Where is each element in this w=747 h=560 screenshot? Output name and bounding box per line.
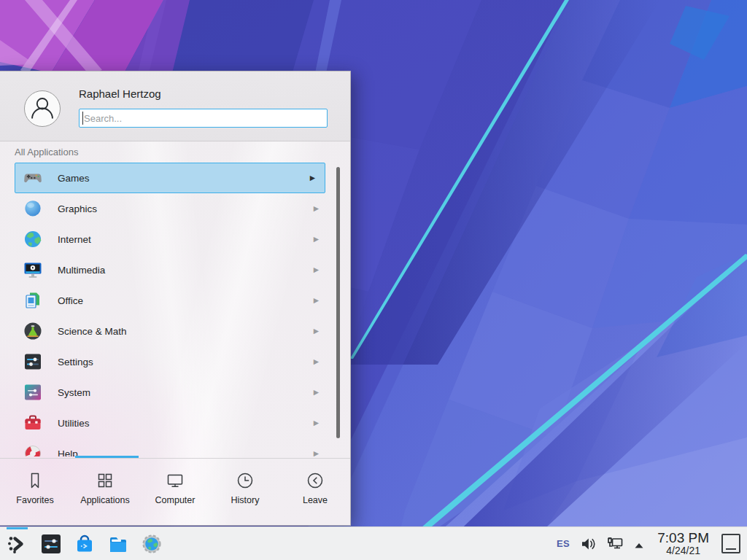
menu-item-label: Settings xyxy=(58,357,314,368)
tab-label: Applications xyxy=(80,495,129,505)
network-icon[interactable] xyxy=(606,535,624,553)
submenu-arrow-icon: ▶ xyxy=(314,236,319,243)
menu-item-science-math[interactable]: Science & Math ▶ xyxy=(0,316,351,346)
menu-item-system[interactable]: System ▶ xyxy=(0,377,351,408)
digital-clock[interactable]: 7:03 PM 4/24/21 xyxy=(657,531,709,556)
volume-icon[interactable] xyxy=(579,535,597,553)
monitor-play-icon xyxy=(23,260,43,280)
tab-applications[interactable]: Applications xyxy=(70,459,140,526)
discover-button[interactable] xyxy=(73,532,96,556)
menu-item-label: Internet xyxy=(58,234,314,245)
menu-item-label: Games xyxy=(58,173,310,184)
submenu-arrow-icon: ▶ xyxy=(314,419,319,427)
section-label: All Applications xyxy=(15,147,78,158)
clock-icon xyxy=(235,470,255,491)
tab-computer[interactable]: Computer xyxy=(140,459,210,526)
menu-item-label: Office xyxy=(58,295,314,306)
submenu-arrow-icon: ▶ xyxy=(310,174,315,182)
taskbar-launchers xyxy=(0,532,163,556)
tab-history[interactable]: History xyxy=(210,459,280,526)
file-manager-button[interactable] xyxy=(107,532,130,556)
menu-item-games[interactable]: Games ▶ xyxy=(15,163,325,193)
tab-label: Favorites xyxy=(16,495,53,505)
menu-item-multimedia[interactable]: Multimedia ▶ xyxy=(0,254,351,285)
menu-item-label: Science & Math xyxy=(58,326,314,337)
menu-item-label: System xyxy=(58,387,314,398)
earth-globe-icon xyxy=(23,229,43,249)
leave-circle-icon xyxy=(305,470,325,491)
taskbar-panel: ES 7:03 PM 4/24/21 xyxy=(0,526,747,560)
tab-label: History xyxy=(231,495,260,505)
keyboard-layout-indicator[interactable]: ES xyxy=(557,538,570,549)
menu-item-label: Multimedia xyxy=(58,265,314,276)
menu-item-label: Graphics xyxy=(58,203,314,214)
flask-icon xyxy=(23,321,43,341)
tab-leave[interactable]: Leave xyxy=(280,459,350,526)
sliders-dark-icon xyxy=(23,351,43,372)
search-input[interactable] xyxy=(79,109,328,128)
menu-item-graphics[interactable]: Graphics ▶ xyxy=(0,193,351,224)
documents-icon xyxy=(23,290,43,311)
user-avatar[interactable] xyxy=(24,90,61,127)
menu-item-utilities[interactable]: Utilities ▶ xyxy=(0,408,351,438)
sliders-gradient-icon xyxy=(23,382,43,402)
web-browser-button[interactable] xyxy=(140,532,163,556)
tab-label: Computer xyxy=(155,495,196,505)
clock-time: 7:03 PM xyxy=(657,531,709,545)
launcher-tab-bar: Favorites Applications Computer xyxy=(0,459,350,526)
text-cursor xyxy=(82,112,83,125)
submenu-arrow-icon: ▶ xyxy=(314,327,319,335)
blue-sphere-icon xyxy=(23,198,43,219)
lifebuoy-icon xyxy=(23,443,43,456)
launcher-header: Raphael Hertzog xyxy=(0,71,350,141)
application-launcher-popup: Raphael Hertzog All Applications Games ▶ xyxy=(0,71,351,526)
menu-item-internet[interactable]: Internet ▶ xyxy=(0,224,351,254)
submenu-arrow-icon: ▶ xyxy=(314,266,319,273)
tab-label: Leave xyxy=(303,495,328,505)
submenu-arrow-icon: ▶ xyxy=(314,358,319,365)
desktop: Raphael Hertzog All Applications Games ▶ xyxy=(0,0,747,560)
system-settings-button[interactable] xyxy=(39,532,63,556)
tab-favorites[interactable]: Favorites xyxy=(0,459,70,526)
bookmark-icon xyxy=(25,470,45,491)
menu-item-label: Utilities xyxy=(58,418,314,429)
submenu-arrow-icon: ▶ xyxy=(314,205,319,212)
system-tray: ES 7:03 PM 4/24/21 xyxy=(557,531,747,556)
toolbox-icon xyxy=(23,413,43,433)
submenu-arrow-icon: ▶ xyxy=(314,389,319,396)
expand-tray-caret-icon[interactable] xyxy=(633,540,645,548)
submenu-arrow-icon: ▶ xyxy=(314,297,319,304)
user-name: Raphael Hertzog xyxy=(79,88,161,100)
application-launcher-button[interactable] xyxy=(6,532,29,556)
gamepad-icon xyxy=(23,168,43,188)
category-list: Games ▶ Graphics ▶ xyxy=(0,163,351,456)
menu-item-help[interactable]: Help ▶ xyxy=(0,438,351,456)
computer-icon xyxy=(165,470,185,491)
menu-item-office[interactable]: Office ▶ xyxy=(0,285,351,316)
app-grid-icon xyxy=(95,470,115,491)
menu-item-settings[interactable]: Settings ▶ xyxy=(0,346,351,377)
show-desktop-button[interactable] xyxy=(721,534,740,553)
list-scrollbar[interactable] xyxy=(336,167,340,438)
clock-date: 4/24/21 xyxy=(666,545,700,556)
submenu-arrow-icon: ▶ xyxy=(314,450,319,456)
